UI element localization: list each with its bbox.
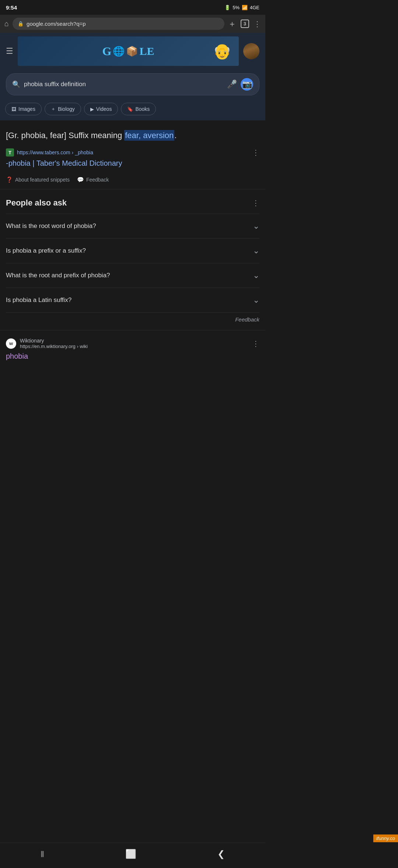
- result-source-info: w Wiktionary https://en.m.wiktionary.org…: [6, 338, 88, 349]
- featured-snippet: [Gr. phobia, fear] Suffix meaning fear, …: [0, 120, 265, 189]
- paa-feedback-label: Feedback: [235, 316, 259, 323]
- status-time: 9:54: [6, 4, 17, 11]
- paa-question-2: Is phobia a prefix or a suffix?: [6, 247, 253, 254]
- feedback-icon: 💬: [77, 176, 84, 183]
- hamburger-menu-icon[interactable]: ☰: [6, 46, 13, 56]
- videos-tab-label: Videos: [96, 106, 112, 112]
- chevron-down-icon-4: ⌄: [253, 295, 259, 305]
- lock-icon: 🔒: [18, 21, 24, 27]
- search-bar-container: 🔍 phobia suffix definition 🎤 📷: [0, 70, 265, 101]
- result-url: https://en.m.wiktionary.org › wiki: [20, 344, 88, 349]
- result-domain-info: Wiktionary https://en.m.wiktionary.org ›…: [20, 338, 88, 349]
- filter-tab-biology[interactable]: ＋ Biology: [45, 103, 81, 115]
- network-type: 4GE: [250, 5, 259, 10]
- status-icons: 🔋 5% 📶 4GE: [224, 5, 259, 10]
- tab-count[interactable]: 3: [241, 20, 249, 28]
- paa-question-3: What is the root and prefix of phobia?: [6, 272, 253, 279]
- google-doodle[interactable]: G 🌐 📦 LE 👴: [18, 36, 239, 66]
- source-more-icon[interactable]: ⋮: [252, 148, 259, 157]
- snippet-text-before: [Gr. phobia, fear] Suffix meaning: [6, 131, 124, 140]
- filter-tabs: 🖼 Images ＋ Biology ▶ Videos 🔖 Books: [0, 101, 265, 120]
- images-tab-label: Images: [18, 106, 35, 112]
- biology-tab-label: Biology: [58, 106, 75, 112]
- paa-question-4: Is phobia a Latin suffix?: [6, 296, 253, 304]
- home-nav-icon[interactable]: ⬜: [125, 849, 136, 859]
- search-bar[interactable]: 🔍 phobia suffix definition 🎤 📷: [6, 73, 259, 95]
- snippet-text: [Gr. phobia, fear] Suffix meaning fear, …: [6, 129, 259, 141]
- browser-actions: ＋ 3 ⋮: [228, 18, 261, 29]
- status-bar: 9:54 🔋 5% 📶 4GE: [0, 0, 265, 15]
- google-lens-icon[interactable]: 📷: [241, 78, 253, 91]
- paa-section-header: People also ask ⋮: [6, 198, 259, 208]
- user-avatar[interactable]: [243, 43, 259, 59]
- search-icon: 🔍: [12, 80, 20, 88]
- signal-icon: 📶: [242, 5, 248, 10]
- question-icon: ❓: [6, 176, 13, 183]
- microphone-icon[interactable]: 🎤: [227, 80, 237, 89]
- source-url[interactable]: https://www.tabers.com › _phobia: [17, 150, 93, 155]
- back-nav-icon[interactable]: ❮: [217, 849, 225, 859]
- snippet-feedback-link[interactable]: 💬 Feedback: [77, 176, 109, 183]
- result-source-row: w Wiktionary https://en.m.wiktionary.org…: [6, 338, 259, 349]
- paa-item-2[interactable]: Is phobia a prefix or a suffix? ⌄: [6, 238, 259, 263]
- paa-title: People also ask: [6, 198, 67, 208]
- source-favicon: T: [6, 148, 14, 157]
- chevron-down-icon-2: ⌄: [253, 246, 259, 256]
- wiktionary-result: w Wiktionary https://en.m.wiktionary.org…: [0, 330, 265, 368]
- paa-question-1: What is the root word of phobia?: [6, 222, 253, 230]
- google-header: ☰ G 🌐 📦 LE 👴: [0, 33, 265, 70]
- chevron-down-icon-1: ⌄: [253, 221, 259, 231]
- filter-tab-images[interactable]: 🖼 Images: [5, 103, 42, 115]
- about-snippets-link[interactable]: ❓ About featured snippets: [6, 176, 70, 183]
- bottom-navigation: ⦀ ⬜ ❮: [0, 843, 265, 868]
- snippet-feedback-label: Feedback: [86, 177, 109, 183]
- snippet-feedback-row: ❓ About featured snippets 💬 Feedback: [6, 173, 259, 183]
- paa-item-3[interactable]: What is the root and prefix of phobia? ⌄: [6, 263, 259, 288]
- home-icon[interactable]: ⌂: [4, 20, 9, 28]
- url-text: google.com/search?q=p: [27, 21, 219, 27]
- add-tab-icon[interactable]: ＋: [228, 18, 236, 29]
- battery-percent: 5%: [233, 5, 240, 10]
- paa-feedback-row[interactable]: Feedback: [6, 312, 259, 330]
- search-query-text: phobia suffix definition: [24, 81, 223, 88]
- paa-item-4[interactable]: Is phobia a Latin suffix? ⌄: [6, 288, 259, 312]
- source-info: T https://www.tabers.com › _phobia: [6, 148, 93, 157]
- source-row: T https://www.tabers.com › _phobia ⋮: [6, 148, 259, 157]
- paa-more-icon[interactable]: ⋮: [252, 198, 259, 207]
- snippet-text-highlight: fear, aversion: [124, 130, 174, 141]
- biology-tab-icon: ＋: [51, 106, 56, 112]
- people-also-ask-section: People also ask ⋮ What is the root word …: [0, 189, 265, 330]
- source-title[interactable]: -phobia | Taber's Medical Dictionary: [6, 159, 259, 168]
- about-snippets-label: About featured snippets: [15, 177, 70, 183]
- menu-nav-icon[interactable]: ⦀: [41, 849, 44, 859]
- videos-tab-icon: ▶: [90, 106, 94, 112]
- snippet-text-after: .: [174, 131, 177, 140]
- chevron-down-icon-3: ⌄: [253, 271, 259, 280]
- images-tab-icon: 🖼: [11, 106, 16, 112]
- bottom-spacer: [0, 368, 265, 397]
- browser-chrome: ⌂ 🔒 google.com/search?q=p ＋ 3 ⋮: [0, 15, 265, 33]
- paa-item-1[interactable]: What is the root word of phobia? ⌄: [6, 214, 259, 238]
- more-options-icon[interactable]: ⋮: [254, 20, 261, 28]
- filter-tab-videos[interactable]: ▶ Videos: [84, 103, 118, 115]
- books-tab-icon: 🔖: [127, 106, 133, 112]
- wiktionary-favicon: w: [6, 338, 16, 349]
- result-title[interactable]: phobia: [6, 352, 259, 361]
- battery-icon: 🔋: [224, 5, 230, 10]
- doodle-figure: 👴: [213, 43, 231, 60]
- result-more-icon[interactable]: ⋮: [252, 339, 259, 348]
- result-domain: Wiktionary: [20, 338, 88, 344]
- books-tab-label: Books: [135, 106, 150, 112]
- url-bar[interactable]: 🔒 google.com/search?q=p: [13, 18, 224, 30]
- filter-tab-books[interactable]: 🔖 Books: [121, 103, 156, 115]
